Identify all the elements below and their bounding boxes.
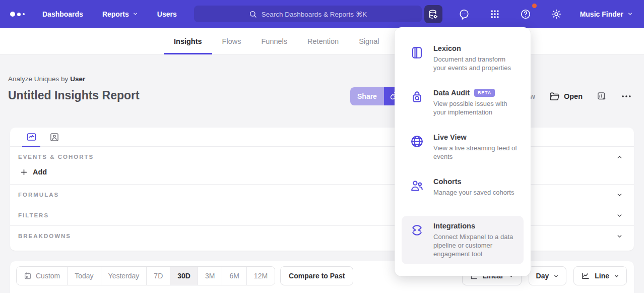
- nav-item-dashboards[interactable]: Dashboards: [42, 10, 83, 18]
- subtitle-prefix: Analyze Uniques by: [8, 75, 68, 83]
- menu-item-title: Integrations: [433, 222, 475, 230]
- search-placeholder: Search Dashboards & Reports ⌘K: [262, 10, 367, 18]
- chart-type-dropdown[interactable]: Line: [573, 266, 627, 285]
- nav-item-label: Reports: [102, 10, 129, 18]
- chevron-down-icon: [133, 10, 138, 18]
- add-event-button[interactable]: Add: [10, 164, 66, 184]
- share-button[interactable]: Share: [350, 87, 384, 105]
- range-label: Custom: [36, 272, 60, 280]
- tab-label: Funnels: [261, 37, 287, 45]
- section-formulas[interactable]: FORMULAS: [10, 184, 634, 205]
- tab-label: Signal: [359, 37, 379, 45]
- nav-item-label: Dashboards: [42, 10, 83, 18]
- range-label: Yesterday: [108, 272, 140, 280]
- feedback-bubble-icon[interactable]: [455, 5, 473, 23]
- help-icon[interactable]: [517, 5, 535, 23]
- primary-nav: Dashboards Reports Users: [42, 10, 177, 18]
- section-filters[interactable]: FILTERS: [10, 205, 634, 225]
- menu-item-data-audit[interactable]: Data Audit BETA View possible issues wit…: [402, 83, 524, 127]
- menu-item-text: Integrations Connect Mixpanel to a data …: [433, 222, 519, 258]
- menu-item-description: Connect Mixpanel to a data pipeline or c…: [433, 232, 519, 258]
- menu-item-description: Document and transform your events and p…: [433, 55, 519, 72]
- range-12m[interactable]: 12M: [247, 267, 275, 285]
- page-title[interactable]: Untitled Insights Report: [8, 89, 140, 102]
- menu-item-integrations[interactable]: Integrations Connect Mixpanel to a data …: [402, 216, 524, 264]
- plus-icon: [20, 168, 28, 176]
- range-label: 6M: [229, 272, 239, 280]
- tab-insights[interactable]: Insights: [164, 28, 212, 54]
- more-options-icon[interactable]: [621, 91, 632, 102]
- range-label: 30D: [177, 272, 190, 280]
- menu-item-text: Lexicon Document and transform your even…: [433, 44, 519, 77]
- interval-dropdown[interactable]: Day: [529, 266, 567, 285]
- range-30d[interactable]: 30D: [170, 267, 198, 285]
- notification-dot: [532, 4, 537, 8]
- menu-item-lexicon[interactable]: Lexicon Document and transform your even…: [402, 38, 524, 83]
- compare-to-past-button[interactable]: Compare to Past: [280, 266, 353, 285]
- chevron-down-icon: [627, 10, 633, 18]
- nav-item-reports[interactable]: Reports: [102, 10, 138, 18]
- range-label: 12M: [254, 272, 268, 280]
- folder-icon: [549, 91, 559, 101]
- search-input[interactable]: Search Dashboards & Reports ⌘K: [194, 6, 422, 22]
- menu-item-live-view[interactable]: Live View View a live streaming feed of …: [402, 127, 524, 171]
- range-custom[interactable]: Custom: [17, 267, 68, 285]
- chart-type-label: Line: [595, 272, 609, 280]
- tab-funnels[interactable]: Funnels: [251, 28, 297, 54]
- search-icon: [249, 10, 257, 18]
- nav-item-users[interactable]: Users: [157, 10, 177, 18]
- chevron-up-icon[interactable]: [616, 154, 623, 160]
- tab-label: Flows: [222, 37, 241, 45]
- range-label: 3M: [205, 272, 215, 280]
- add-label: Add: [33, 168, 47, 176]
- range-today[interactable]: Today: [68, 267, 101, 285]
- section-breakdowns[interactable]: BREAKDOWNS: [10, 225, 634, 246]
- top-navigation-bar: Dashboards Reports Users Search Dashboar…: [0, 0, 644, 28]
- menu-item-description: View a live streaming feed of events: [433, 144, 519, 161]
- tab-flows[interactable]: Flows: [212, 28, 251, 54]
- workspace-switcher[interactable]: Music Finder: [580, 10, 633, 18]
- range-3m[interactable]: 3M: [198, 267, 222, 285]
- profiles-person-tab[interactable]: [45, 128, 63, 147]
- cohorts-people-icon: [410, 178, 425, 210]
- range-7d[interactable]: 7D: [147, 267, 170, 285]
- settings-gear-icon[interactable]: [547, 5, 565, 23]
- line-chart-icon: [581, 271, 590, 280]
- range-label: Today: [75, 272, 93, 280]
- page: Dashboards Reports Users Search Dashboar…: [0, 0, 644, 293]
- section-label: FILTERS: [18, 212, 49, 218]
- query-mode-tabs: [10, 128, 634, 147]
- integrations-sync-icon: [410, 222, 425, 258]
- nav-item-label: Users: [157, 10, 177, 18]
- menu-item-text: Cohorts Manage your saved cohorts: [433, 178, 514, 210]
- report-actions: New Open: [520, 87, 632, 105]
- menu-item-cohorts[interactable]: Cohorts Manage your saved cohorts: [402, 171, 524, 216]
- chevron-down-icon: [616, 212, 623, 219]
- menu-item-text: Live View View a live streaming feed of …: [433, 133, 519, 165]
- mixpanel-logo[interactable]: [10, 12, 28, 17]
- menu-item-title: Data Audit: [433, 89, 470, 97]
- menu-item-description: View possible issues with your implement…: [433, 99, 519, 116]
- menu-item-title: Live View: [433, 133, 467, 141]
- tab-retention[interactable]: Retention: [297, 28, 349, 54]
- share-label: Share: [357, 92, 377, 100]
- open-label: Open: [564, 92, 583, 100]
- data-audit-lock-icon: [410, 89, 425, 121]
- tab-signal[interactable]: Signal: [349, 28, 389, 54]
- tab-label: Retention: [307, 37, 339, 45]
- range-yesterday[interactable]: Yesterday: [101, 267, 147, 285]
- menu-item-text: Data Audit BETA View possible issues wit…: [433, 89, 519, 121]
- subtitle-value[interactable]: User: [70, 75, 85, 83]
- add-to-board-icon[interactable]: [597, 91, 607, 101]
- apps-grid-icon[interactable]: [486, 5, 504, 23]
- events-chart-tab[interactable]: [22, 128, 40, 147]
- query-builder-card: EVENTS & COHORTS Add FORMULAS FILTERS: [10, 128, 634, 251]
- range-6m[interactable]: 6M: [222, 267, 246, 285]
- section-label: BREAKDOWNS: [18, 233, 71, 239]
- data-management-icon[interactable]: [424, 5, 442, 23]
- open-report-button[interactable]: Open: [549, 91, 583, 101]
- section-header[interactable]: EVENTS & COHORTS: [10, 147, 634, 164]
- live-view-globe-icon: [410, 133, 425, 165]
- report-tabbar: Insights Flows Funnels Retention Signal …: [0, 28, 644, 54]
- range-label: 7D: [154, 272, 163, 280]
